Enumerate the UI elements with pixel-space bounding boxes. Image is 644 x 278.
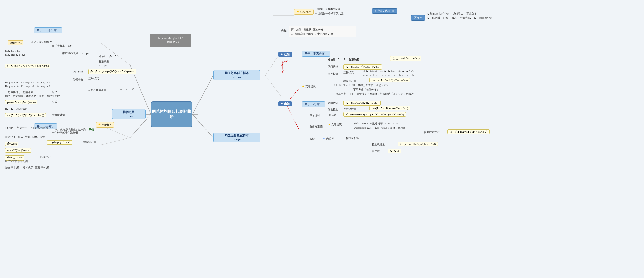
pooled-p-label: p 的合并估计量	[88, 88, 106, 92]
premise-box: 两个总体 都服从 正态分布 or 样本容量足够大 → 中心极限定理	[289, 26, 356, 37]
def-label: 定义	[52, 90, 57, 94]
mind-map: 两总体均值& 比例的推断 https://woaielf.github.io/ …	[0, 0, 644, 278]
central-node: 两总体均值& 比例的推断	[151, 101, 192, 127]
svg-line-1	[192, 114, 213, 138]
p-hat-formula: p̄ = (n₁p̄₁ + n₂p̄₂) / (n₁+n₂)	[5, 100, 37, 104]
matched-ci-label: 区间估计	[40, 155, 51, 159]
std-equal-label: 标准差相等	[346, 136, 359, 140]
svg-line-16	[99, 138, 130, 145]
connectors-svg	[0, 0, 644, 278]
df2-formula: n₁+n₂−2	[388, 149, 401, 153]
t-formula2: t = (x̄₁−x̄₂−D₀) / (sₚ√(1/n₁+1/n₂))	[398, 142, 438, 146]
independent-desc2: vs 组成另一个样本的元素	[315, 12, 344, 15]
premise-label: 前提	[281, 29, 287, 32]
condition-desc: 「正态分布」的条件	[29, 40, 52, 44]
prop-h0-forms: H₀: p₁−p₂ ≥ 0 H₀: p₁−p₂ ≤ 0 H₀: p₁−p₂ = …	[5, 81, 50, 89]
test-stat2-label: 检验统计量	[372, 143, 385, 147]
std-pooled-label: p̄₁ − p̄₂ 的标准误差	[5, 107, 27, 111]
prop-interval-formula: p̄₁ − p̄₂ ± zα/2 √(p̄₁(1-p̄₁)/n₁ + p̄₂(1…	[88, 69, 136, 74]
url-node: https://woaielf.github.io/ —— made by ZY	[150, 34, 191, 47]
two-sample-desc: x̄₁ 和 x̄₂ 的抽样分布 近似服从 正态分布 x̄₁ − x̄₂ 的抽样分…	[427, 12, 492, 20]
sample-satisfy: 抽样分布满足 p̄₁ − p̄₂	[62, 51, 89, 55]
known-practical-label: ★ 实用建议	[302, 84, 316, 88]
known-hyp-label: 假设检验	[328, 72, 338, 76]
z-formula-prop: z = (p̄₁−p̄₂) / √(p̄(1−p̄)(1/n₁+1/n₂))	[5, 113, 46, 117]
prop-std-err-label: 标准误差	[99, 60, 109, 63]
matched-tag: ★ 匹配样本	[96, 122, 114, 128]
df2-label: 自由度	[372, 149, 380, 153]
condition-value-box: 组值均>=5	[8, 40, 23, 45]
t-formula-matched: t = (d̄ − μd) / (sd/√n)	[47, 140, 72, 145]
known-practical-content: n1 >= 30 且 n2 >= 30 抽样分布近似「正态分布」 不用考虑「总体…	[333, 83, 414, 96]
known-h0-forms: H₀: μ₁−μ₂ ≥ D₀ H₀: μ₁−μ₂ ≤ D₀ H₀: μ₁−μ₂ …	[362, 69, 414, 77]
normal-dist-known: 基于「正态分布」	[302, 51, 330, 57]
design-compare: 独立样本设计 通常优于 匹配样本设计	[5, 166, 51, 169]
close-match-label: 相匹配	[5, 126, 13, 130]
d-bar-formula: d̄ = Σdᵢ/n	[5, 142, 18, 146]
url-line1: https://woaielf.github.io/	[158, 37, 183, 40]
unknown-practical-content: 条件 n1+n2 or接近相等 n1+n2 >= 20 若样本容量较小 即使「非…	[354, 122, 406, 130]
matched-assumed: 正态分布 服从 差值的总体 假设	[5, 135, 45, 139]
unknown-interval-label: 区间估计	[328, 101, 338, 105]
df-label: 自由度	[329, 113, 337, 117]
assumed-label: 假设	[310, 137, 315, 141]
ci-example: 以95%置信水平为例	[5, 160, 28, 163]
prop-point-bar-label: p̄₁ − p̄₂	[99, 64, 107, 67]
known-interval-label: 区间估计	[328, 65, 338, 69]
formula-label: 公式	[52, 100, 57, 104]
unknown-test-stat-label: 检验统计量	[343, 107, 356, 111]
t-dist-unknown: 基于「t分布」	[302, 101, 325, 107]
unknown-interval-formula: x̄₁ − x̄₂ ± tα/2 √(s₁²/n₁ + s₂²/n₂)	[343, 101, 381, 106]
prop-interval-label: 区间估计	[73, 70, 83, 74]
n-formula: n₁p₁, n₁(1−p₁)	[5, 49, 20, 52]
branch-matched-label: 均值之差-匹配样本μ₁－μ₂	[225, 134, 249, 141]
independent-sample-tag: ★ 独立样本	[294, 9, 314, 15]
brace-known-unknown	[275, 51, 277, 110]
test-stat-prop: 检验统计量	[52, 113, 65, 117]
prop-hyp-label: 假设检验	[73, 78, 83, 82]
each-data-label: 一个样本的每个数据值	[52, 131, 78, 134]
branch-proportion: 比例之差p₁－p₂	[112, 109, 146, 119]
known-three-forms-label: 三种形式	[343, 71, 354, 74]
pooled-var-formula: sₚ² = ((n₁-1)s₁²+(n₂-1)s₂²) / (n₁+n₂-2)	[447, 129, 490, 134]
df-formula: df = (s₁²/n₁+s₂²/n₂)² / [1/(n₁-1)·(s₁²/n…	[343, 112, 406, 117]
unknown-sigma-label: ▶ 未知	[278, 101, 292, 106]
n-formula2: n₂p₂, and n₂(1−p₂)	[5, 53, 25, 56]
pooled-var-label: 合并样本方差	[424, 130, 440, 134]
known-sigma-label: ▶ 已知	[278, 52, 292, 57]
unknown-hyp-label: 假设检验	[328, 108, 338, 111]
branch-independent-label: 均值之差-独立样本μ₁－μ₂	[225, 71, 249, 79]
independent-label: 独立样本	[300, 10, 311, 13]
central-title: 两总体均值& 比例的推断	[151, 109, 192, 120]
known-z-formula: z = (x̄₁−x̄₂−D₀) / √(σ₁²/n₁+σ₂²/n₂)	[369, 78, 410, 82]
two-pop-label: ★ 两总体	[323, 136, 334, 140]
prop-three-forms: 三种形式	[88, 77, 99, 80]
svg-line-10	[286, 104, 299, 130]
known-point-est: 点估计 x̄₁ − x̄₂ 标准误差	[328, 57, 359, 62]
prop-point-est-label: 点估计 p̄₁ − p̄₂	[99, 55, 117, 58]
test-stat-matched: 检验统计量	[83, 140, 96, 144]
branch-proportion-label: 比例之差p₁－p₂	[123, 110, 134, 118]
two-sample-box: 两样本	[411, 15, 425, 21]
svg-line-0	[192, 75, 213, 114]
condition-sub: 即「大样本」条件	[52, 44, 73, 48]
prop-std-formula: σ_{p̄₁-p̄₂} = √(p₁(1-p₁)/n₁ + p₂(1-p₂)/n…	[5, 64, 50, 68]
branch-independent-sample: 均值之差-独立样本μ₁－μ₂	[213, 70, 260, 80]
std-formula-known: σx̄₁-x̄₂ = √(σ₁²/n₁ + σ₂²/n₂)	[390, 56, 421, 61]
branch-matched-sample: 均值之差-匹配样本μ₁－μ₂	[213, 133, 260, 142]
independent-tag-box: 是「独立选取」的	[372, 8, 397, 14]
svg-line-8	[265, 75, 281, 96]
unknown-t-formula: t = ((x̄₁−x̄₂)−D₀) / √(s₁²/n₁+s₂²/n₂)	[369, 106, 410, 110]
sigma-and-label: σ₁ and σ₂	[281, 62, 284, 73]
other-data-label: 与另一个样本的对应数据值	[17, 126, 48, 130]
no-pooled-label: 不考虑时	[310, 114, 320, 117]
known-test-stat-label: 检验统计量	[343, 79, 356, 83]
sd-formula: sd = √(Σ(dᵢ-d̄)²/(n-1))	[5, 148, 31, 153]
url-line2: —— made by ZY	[158, 40, 183, 44]
independent-desc1: 组成一个样本的元素	[317, 7, 341, 11]
proportion-normal-dist: 基于「正态分布」	[34, 27, 62, 33]
pooled-p-when: p₁ = p₂ = p 时	[120, 87, 134, 91]
total-std-label: 总体标准差	[310, 125, 323, 128]
unknown-practical-label: ★ 实用建议	[328, 123, 342, 127]
